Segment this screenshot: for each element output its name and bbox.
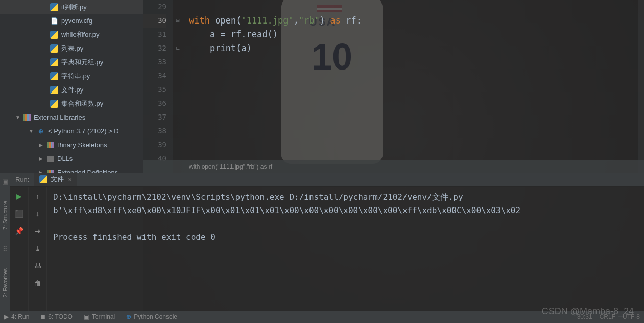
file-item[interactable]: 字典和元组.py	[0, 55, 143, 69]
up-button[interactable]: ↑	[32, 191, 43, 202]
line-number[interactable]: 37	[143, 110, 166, 124]
code-line[interactable]: print(a)	[189, 41, 644, 55]
file-item[interactable]: while和for.py	[0, 28, 143, 41]
library-sub-node[interactable]: ▶DLLs	[0, 152, 143, 166]
favorites-tool-button[interactable]: 2: Favorites	[2, 268, 8, 297]
fold-marker[interactable]	[173, 138, 183, 152]
python-file-icon	[39, 175, 47, 183]
fold-marker[interactable]	[173, 97, 183, 110]
node-label: DLLs	[57, 155, 73, 163]
collapse-arrow-icon[interactable]: ▶	[39, 156, 45, 161]
terminal-tool-button[interactable]: ▣Terminal	[84, 313, 115, 320]
structure-dots-icon[interactable]: ⠿	[3, 245, 8, 253]
line-number[interactable]: 34	[143, 69, 166, 83]
file-item[interactable]: if判断.py	[0, 0, 143, 14]
code-line[interactable]: with open("1111.jpg","rb") as rf:	[189, 14, 644, 28]
code-line[interactable]	[189, 83, 644, 97]
run-label: Run:	[10, 176, 34, 183]
libraries-icon	[23, 114, 31, 121]
breadcrumb[interactable]: with open("1111.jpg","rb") as rf	[143, 160, 644, 173]
code-line[interactable]	[189, 124, 644, 138]
close-icon[interactable]: ×	[68, 176, 72, 183]
fold-marker[interactable]: ⊏	[173, 41, 183, 55]
fold-marker[interactable]	[173, 0, 183, 14]
library-sub-node[interactable]: ▶Binary Skeletons	[0, 138, 143, 152]
run-tab[interactable]: 文件 ×	[34, 173, 77, 186]
run-tool-button[interactable]: ▶4: Run	[4, 313, 29, 320]
fold-column[interactable]: ⊟⊏	[173, 0, 183, 173]
code-line[interactable]	[189, 138, 644, 152]
code-line[interactable]	[189, 97, 644, 110]
scroll-button[interactable]: ⤓	[32, 243, 43, 254]
file-item[interactable]: 📄pyvenv.cfg	[0, 14, 143, 28]
library-sub-node[interactable]: ▶Extended Definitions	[0, 166, 143, 173]
line-gutter: 293031323334353637383940	[143, 0, 173, 173]
cfg-file-icon: 📄	[50, 17, 58, 25]
line-number[interactable]: 29	[143, 0, 166, 14]
editor-scrollbar[interactable]	[638, 0, 644, 173]
code-line[interactable]	[189, 0, 644, 14]
node-label: Binary Skeletons	[57, 141, 107, 149]
file-name: 列表.py	[61, 44, 83, 53]
stop-button[interactable]: ⬛	[14, 208, 25, 219]
structure-tool-icon[interactable]: ▣	[2, 178, 8, 186]
fold-marker[interactable]: ⊟	[173, 14, 183, 28]
py-file-icon	[50, 3, 58, 11]
rerun-button[interactable]: ▶	[14, 191, 25, 202]
file-name: 文件.py	[61, 85, 83, 95]
code-line[interactable]: a = rf.read()	[189, 28, 644, 41]
line-number[interactable]: 33	[143, 55, 166, 69]
python-icon: ⊕	[37, 127, 45, 135]
file-item[interactable]: 列表.py	[0, 41, 143, 55]
node-label: Extended Definitions	[57, 169, 118, 173]
structure-tool-button[interactable]: 7: Structure	[2, 201, 8, 230]
fold-marker[interactable]	[173, 83, 183, 97]
py-file-icon	[50, 86, 58, 94]
line-number[interactable]: 39	[143, 138, 166, 152]
run-panel: Run: 文件 × ▶ ⬛ 📌 ↑ ↓ ⇥ ⤓ 🖶 🗑 D:\install\p…	[10, 173, 644, 311]
line-number[interactable]: 32	[143, 41, 166, 55]
file-item[interactable]: 集合和函数.py	[0, 97, 143, 110]
py-file-icon	[50, 100, 58, 108]
run-header: Run: 文件 ×	[10, 173, 644, 187]
file-item[interactable]: 字符串.py	[0, 69, 143, 83]
node-label: External Libraries	[34, 113, 85, 121]
fold-marker[interactable]	[173, 124, 183, 138]
fold-marker[interactable]	[173, 69, 183, 83]
pin-button[interactable]: 📌	[14, 225, 25, 237]
fold-marker[interactable]	[173, 55, 183, 69]
print-button[interactable]: 🖶	[32, 260, 43, 271]
wrap-button[interactable]: ⇥	[32, 225, 43, 237]
left-tool-strip: ▣ 7: Structure ⠿ 2: Favorites ★	[0, 173, 10, 311]
down-button[interactable]: ↓	[32, 208, 43, 219]
file-item[interactable]: 文件.py	[0, 83, 143, 97]
line-number[interactable]: 35	[143, 83, 166, 97]
file-name: if判断.py	[61, 3, 87, 12]
code-area[interactable]: with open("1111.jpg","rb") as rf: a = rf…	[183, 0, 644, 173]
run-tool-column-2: ↑ ↓ ⇥ ⤓ 🖶 🗑	[29, 187, 47, 311]
code-line[interactable]	[189, 69, 644, 83]
external-libraries-node[interactable]: ▼External Libraries	[0, 110, 143, 124]
code-line[interactable]	[189, 110, 644, 124]
fold-marker[interactable]	[173, 28, 183, 41]
line-number[interactable]: 36	[143, 97, 166, 110]
code-editor[interactable]: 293031323334353637383940 ⊟⊏ with open("1…	[143, 0, 644, 173]
todo-tool-button[interactable]: ≣6: TODO	[40, 313, 73, 320]
watermark: CSDN @Mamba-8_24	[542, 306, 634, 317]
trash-button[interactable]: 🗑	[32, 278, 43, 289]
expand-arrow-icon[interactable]: ▼	[15, 114, 21, 120]
expand-arrow-icon[interactable]: ▼	[29, 128, 35, 134]
console-output[interactable]: D:\install\pycharm\2102\venv\Scripts\pyt…	[47, 187, 644, 311]
file-name: 字典和元组.py	[61, 58, 103, 67]
project-sidebar[interactable]: if判断.py📄pyvenv.cfgwhile和for.py列表.py字典和元组…	[0, 0, 143, 173]
code-line[interactable]	[189, 55, 644, 69]
line-number[interactable]: 38	[143, 124, 166, 138]
line-number[interactable]: 30	[143, 14, 166, 28]
fold-marker[interactable]	[173, 110, 183, 124]
py-file-icon	[50, 58, 58, 66]
python-sdk-node[interactable]: ▼⊕< Python 3.7 (2102) > D	[0, 124, 143, 138]
py-file-icon	[50, 72, 58, 80]
collapse-arrow-icon[interactable]: ▶	[39, 142, 45, 148]
line-number[interactable]: 31	[143, 28, 166, 41]
python-console-button[interactable]: ⊕Python Console	[126, 313, 177, 320]
